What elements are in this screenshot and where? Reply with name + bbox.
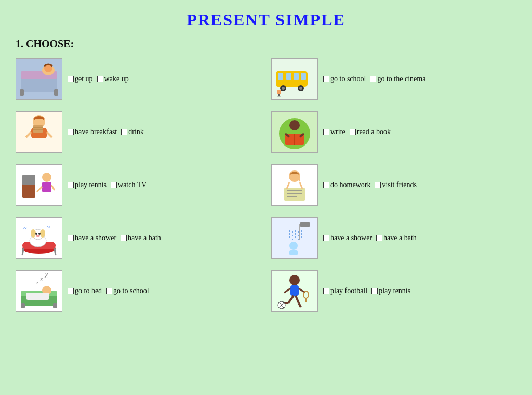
svg-point-77 [289, 275, 300, 285]
choice-item: go to bed [68, 287, 102, 295]
choices-bus: go to school go to the cinema [323, 75, 425, 83]
image-football [271, 270, 318, 312]
checkbox[interactable] [323, 76, 329, 82]
page-title: PRESENT SIMPLE [16, 10, 516, 30]
svg-rect-11 [301, 73, 306, 80]
choice-item: drink [121, 128, 144, 136]
list-item: go to school go to the cinema [271, 55, 516, 103]
list-item: do homework visit friends [271, 161, 516, 209]
checkbox[interactable] [376, 235, 382, 241]
svg-rect-4 [20, 89, 24, 96]
checkbox[interactable] [371, 288, 378, 294]
image-wake [16, 58, 62, 100]
choices-sleep: go to bed go to school [68, 287, 149, 295]
checkbox[interactable] [68, 182, 74, 188]
svg-rect-35 [42, 182, 51, 192]
checkbox[interactable] [370, 76, 376, 82]
svg-rect-21 [33, 125, 43, 133]
svg-line-83 [284, 288, 290, 293]
choice-item: have a bath [376, 234, 417, 242]
svg-text:z: z [36, 279, 39, 285]
checkbox[interactable] [97, 76, 103, 82]
list-item: write read a book [271, 108, 516, 156]
checkbox[interactable] [323, 129, 329, 135]
image-tennis [16, 164, 62, 206]
choice-item: write [323, 128, 345, 136]
svg-point-86 [303, 291, 309, 298]
svg-rect-67 [289, 250, 298, 255]
checkbox[interactable] [350, 129, 356, 135]
svg-point-54 [36, 235, 40, 237]
choices-tennis: play tennis watch TV [68, 181, 147, 189]
image-shower2 [271, 217, 318, 259]
list-item: play football play tennis [271, 267, 516, 315]
choices-shower2: have a shower have a bath [323, 234, 417, 242]
shower1-icon: ~ ~ [18, 220, 60, 256]
svg-rect-76 [53, 303, 57, 308]
checkbox[interactable] [68, 129, 74, 135]
svg-text:Z: Z [44, 273, 49, 280]
bus-icon [274, 61, 315, 97]
svg-rect-71 [26, 293, 49, 300]
choices-book: write read a book [323, 128, 391, 136]
checkbox[interactable] [68, 76, 74, 82]
list-item: play tennis watch TV [16, 161, 261, 209]
choice-item: do homework [323, 181, 370, 189]
svg-point-13 [282, 87, 285, 90]
checkbox[interactable] [323, 182, 329, 188]
checkbox[interactable] [121, 235, 127, 241]
choice-item: have a shower [323, 234, 372, 242]
image-breakfast [16, 111, 62, 153]
svg-point-66 [289, 242, 298, 250]
football-icon [274, 273, 315, 309]
svg-point-27 [289, 120, 300, 130]
choice-item: play tennis [68, 181, 107, 189]
svg-line-24 [26, 132, 31, 137]
choice-item: have a shower [68, 234, 116, 242]
choice-item: watch TV [111, 181, 147, 189]
list-item: ~ ~ have a shower have a bath [16, 214, 261, 262]
checkbox[interactable] [121, 129, 127, 135]
list-item: z z Z go to bed go to school [16, 267, 261, 315]
choice-item: go to school [106, 287, 149, 295]
checkbox[interactable] [323, 288, 329, 294]
choices-shower1: have a shower have a bath [68, 234, 161, 242]
checkbox[interactable] [111, 182, 117, 188]
list-item: get up wake up [16, 55, 261, 103]
shower2-icon [274, 220, 315, 256]
choice-item: go to the cinema [370, 75, 425, 83]
svg-line-82 [299, 303, 301, 307]
svg-text:~: ~ [47, 223, 50, 231]
svg-rect-10 [294, 73, 299, 80]
svg-point-15 [299, 87, 302, 90]
choice-item: get up [68, 75, 93, 83]
svg-rect-9 [286, 73, 291, 80]
tennis-icon [18, 167, 60, 203]
svg-point-50 [31, 229, 36, 238]
choice-item: read a book [350, 128, 391, 136]
checkbox[interactable] [323, 235, 329, 241]
checkbox[interactable] [375, 182, 381, 188]
svg-line-58 [55, 248, 56, 255]
svg-rect-78 [290, 285, 299, 296]
checkbox[interactable] [106, 288, 112, 294]
choice-item: visit friends [375, 181, 417, 189]
breakfast-icon [18, 114, 60, 150]
page: PRESENT SIMPLE 1. CHOOSE: [0, 0, 532, 325]
svg-point-52 [35, 233, 37, 235]
svg-line-25 [47, 132, 52, 137]
list-item: have breakfast drink [16, 108, 261, 156]
svg-text:z: z [39, 275, 43, 283]
checkbox[interactable] [68, 288, 74, 294]
image-homework [271, 164, 318, 206]
svg-rect-8 [278, 73, 283, 80]
svg-point-51 [40, 229, 45, 238]
list-item: have a shower have a bath [271, 214, 516, 262]
choices-wake: get up wake up [68, 75, 129, 83]
checkbox[interactable] [68, 235, 74, 241]
section-title: 1. CHOOSE: [16, 38, 516, 50]
image-shower1: ~ ~ [16, 217, 62, 259]
choices-homework: do homework visit friends [323, 181, 417, 189]
choices-breakfast: have breakfast drink [68, 128, 144, 136]
image-sleep: z z Z [16, 270, 62, 312]
